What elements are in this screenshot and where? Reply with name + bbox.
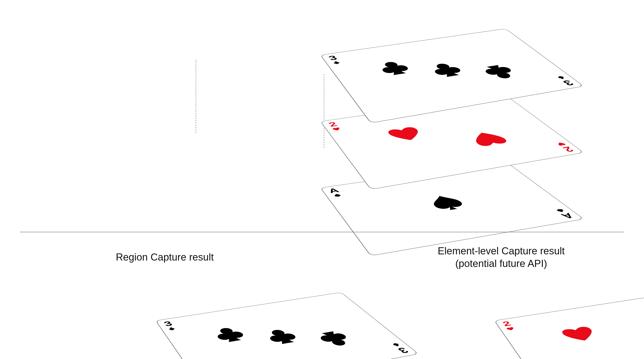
card-rank: 2 bbox=[501, 320, 512, 327]
heart-icon bbox=[332, 127, 342, 131]
club-icon bbox=[256, 325, 308, 349]
club-icon bbox=[473, 61, 526, 83]
club-icon bbox=[390, 342, 402, 347]
card-rank: 2 bbox=[561, 146, 576, 153]
caption-element-line1: Element-level Capture result bbox=[438, 245, 564, 256]
card-three-clubs-layer: 3 3 bbox=[320, 55, 320, 55]
card-rank: 3 bbox=[396, 347, 410, 354]
heart-icon bbox=[382, 124, 429, 145]
club-icon bbox=[370, 58, 420, 79]
caption-region: Region Capture result bbox=[94, 251, 236, 263]
card-two-hearts: 2 2 bbox=[320, 95, 584, 190]
caption-element: Element-level Capture result (potential … bbox=[410, 244, 593, 270]
card-two-hearts: 2 2 bbox=[494, 292, 644, 359]
card-corner: 2 bbox=[501, 320, 516, 331]
card-rank: A bbox=[559, 212, 576, 220]
club-icon bbox=[166, 326, 177, 331]
card-corner: 2 bbox=[327, 121, 342, 131]
card-corner: 2 bbox=[555, 142, 576, 153]
spade-icon bbox=[332, 193, 342, 198]
card-corner: A bbox=[327, 188, 344, 198]
club-icon bbox=[308, 327, 362, 351]
card-corner: A bbox=[554, 208, 576, 220]
card-two-hearts-layer: 2 2 bbox=[320, 121, 320, 122]
card-rank: 3 bbox=[327, 55, 338, 61]
club-icon bbox=[555, 75, 567, 80]
card-rank: 3 bbox=[561, 80, 576, 86]
club-icon bbox=[332, 61, 342, 65]
result-element-card: 2 2 bbox=[494, 320, 494, 321]
heart-icon bbox=[556, 324, 603, 345]
club-icon bbox=[421, 59, 473, 81]
card-ace-spades: A A bbox=[320, 161, 584, 256]
card-three-clubs: 3 3 bbox=[320, 29, 584, 123]
diagram-stage: A A 2 2 bbox=[0, 0, 644, 359]
club-icon bbox=[205, 323, 255, 347]
heart-icon bbox=[464, 128, 514, 149]
card-corner: 3 bbox=[327, 55, 342, 65]
card-rank: 2 bbox=[327, 121, 338, 128]
card-corner: 3 bbox=[555, 75, 576, 86]
heart-icon bbox=[555, 142, 567, 146]
card-corner: 3 bbox=[390, 342, 410, 354]
heart-icon bbox=[505, 326, 516, 331]
spade-icon bbox=[421, 192, 473, 214]
card-rank: 3 bbox=[162, 320, 174, 327]
spade-icon bbox=[554, 208, 566, 213]
heart-icon bbox=[637, 328, 644, 350]
card-ace-spades-layer: A A bbox=[320, 188, 320, 188]
card-rank: A bbox=[327, 188, 340, 194]
caption-element-line2: (potential future API) bbox=[455, 258, 547, 269]
dashed-connector bbox=[324, 74, 324, 148]
section-divider bbox=[20, 232, 624, 232]
dashed-connector bbox=[196, 60, 196, 133]
card-three-clubs: 3 3 bbox=[156, 292, 419, 359]
card-corner: 3 bbox=[162, 320, 177, 331]
